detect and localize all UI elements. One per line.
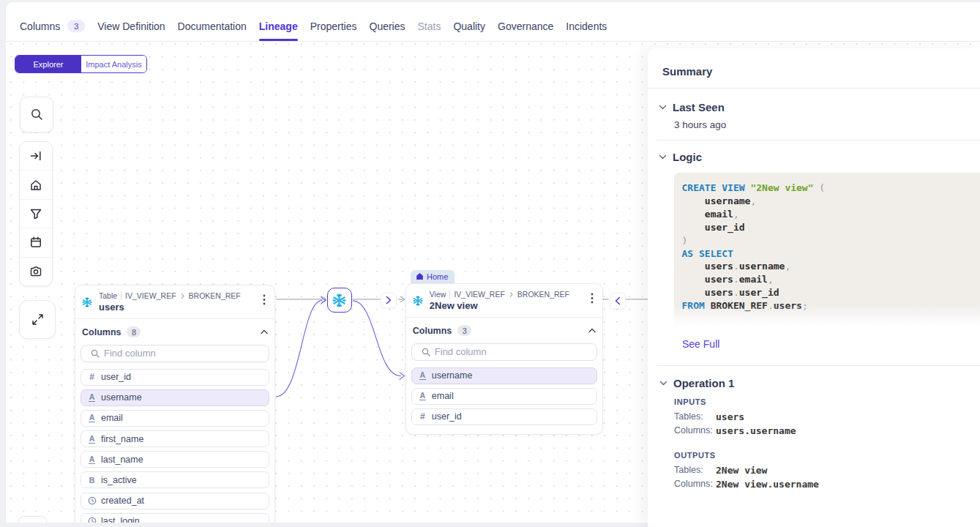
column-row-users-is_active[interactable]: Bis_active — [81, 471, 269, 488]
process-node[interactable] — [327, 288, 352, 313]
inputs-label: INPUTS — [674, 397, 706, 406]
lineage-node-users[interactable]: Table IV_VIEW_REF BROKEN_REF users Colum… — [75, 285, 275, 523]
tables-label: Tables: — [674, 411, 716, 422]
lineage-node-2new-view[interactable]: View IV_VIEW_REF BROKEN_REF 2New view Co… — [405, 283, 603, 436]
breadcrumb-separator — [449, 290, 450, 299]
column-row-users-last_login[interactable]: last_login — [81, 513, 269, 523]
node-view-header[interactable]: View IV_VIEW_REF BROKEN_REF 2New view — [406, 284, 602, 318]
code-line: ) — [682, 234, 980, 247]
column-row-users-first_name[interactable]: Afirst_name — [81, 430, 269, 447]
tab-queries[interactable]: Queries — [370, 11, 405, 42]
kebab-menu-icon — [591, 293, 594, 304]
screenshot-button[interactable] — [20, 257, 52, 285]
node-users-header[interactable]: Table IV_VIEW_REF BROKEN_REF users — [75, 285, 274, 319]
node-users-database: BROKEN_REF — [189, 291, 241, 301]
summary-panel-title: Summary — [662, 65, 712, 78]
expand-downstream-button[interactable] — [381, 293, 397, 309]
node-view-schema: IV_VIEW_REF — [454, 290, 504, 299]
node-view-head-text: View IV_VIEW_REF BROKEN_REF 2New view — [430, 290, 582, 312]
node-users-menu-button[interactable] — [261, 293, 268, 307]
column-row-users-username[interactable]: Ausername — [81, 389, 269, 406]
node-view-menu-button[interactable] — [588, 291, 596, 305]
text-type-icon: A — [418, 371, 427, 380]
node-view-column-list: AusernameAemail#user_id — [406, 367, 602, 435]
tab-label: Lineage — [259, 20, 298, 32]
home-icon — [29, 179, 42, 192]
kebab-menu-icon — [263, 294, 266, 305]
tab-quality[interactable]: Quality — [453, 11, 485, 42]
fullscreen-icon — [31, 313, 44, 326]
chevron-right-icon — [386, 296, 392, 304]
outputs-tables-value: 2New view — [716, 465, 767, 476]
chevron-left-icon — [615, 296, 621, 305]
node-users-columns-bar: Columns 8 — [75, 319, 274, 338]
column-row-view-email[interactable]: Aemail — [411, 388, 597, 405]
column-name: created_at — [101, 496, 144, 506]
chevron-right-icon — [509, 291, 514, 298]
node-users-title: users — [99, 302, 254, 313]
camera-icon — [29, 265, 42, 278]
divider — [657, 140, 980, 141]
see-full-link[interactable]: See Full — [682, 338, 719, 350]
tab-columns[interactable]: Columns3 — [20, 11, 85, 42]
node-users-breadcrumb: Table IV_VIEW_REF BROKEN_REF — [99, 291, 254, 301]
zoom-controls[interactable] — [18, 516, 47, 523]
node-users-find-wrap — [81, 345, 269, 362]
sql-code-block: CREATE VIEW "2New view" ( username, emai… — [674, 173, 980, 329]
collapse-right-icon — [29, 149, 42, 162]
column-name: email — [101, 413, 123, 423]
node-users-find-column-input[interactable] — [81, 345, 269, 362]
text-type-icon: A — [418, 392, 427, 400]
logic-section-header[interactable]: Logic — [659, 151, 702, 163]
tab-lineage[interactable]: Lineage — [259, 11, 298, 42]
boolean-type-icon: B — [87, 476, 97, 485]
code-line: email, — [682, 208, 980, 221]
outputs-columns-value: 2New view.username — [716, 479, 819, 490]
node-view-find-column-input[interactable] — [411, 343, 597, 361]
summary-panel: Summary Last Seen 3 hours ago Logic CREA… — [648, 48, 980, 527]
tab-label: Documentation — [178, 20, 247, 32]
number-type-icon: # — [87, 373, 97, 381]
operation-section-header[interactable]: Operation 1 — [659, 377, 734, 389]
canvas-search-button[interactable] — [20, 97, 53, 132]
tab-incidents[interactable]: Incidents — [566, 11, 607, 42]
snowflake-icon — [332, 294, 346, 307]
inputs-columns-value: users.username — [716, 425, 796, 436]
outputs-columns-row: Columns: 2New view.username — [674, 479, 819, 490]
text-type-icon: A — [87, 455, 97, 464]
logic-title: Logic — [673, 151, 702, 163]
timestamp-type-icon — [87, 517, 97, 523]
calendar-button[interactable] — [20, 228, 52, 256]
tab-view-definition[interactable]: View Definition — [97, 11, 165, 42]
code-line: CREATE VIEW "2New view" ( — [682, 182, 980, 195]
chevron-right-icon — [180, 293, 185, 299]
node-view-collapse-button[interactable] — [588, 328, 596, 333]
explorer-toggle-button[interactable]: Explorer — [15, 56, 81, 72]
filter-button[interactable] — [20, 199, 52, 228]
column-row-view-user_id[interactable]: #user_id — [411, 408, 597, 425]
code-line: FROM BROKEN_REF.users; — [682, 299, 980, 313]
home-view-button[interactable] — [20, 170, 52, 198]
tab-properties[interactable]: Properties — [310, 11, 357, 42]
timestamp-type-icon — [87, 496, 97, 505]
columns-count-badge: 8 — [127, 326, 141, 337]
collapse-right-button[interactable] — [20, 142, 52, 170]
home-badge[interactable]: Home — [411, 270, 455, 283]
chevron-down-icon — [659, 381, 667, 386]
expand-upstream-button[interactable] — [610, 293, 626, 309]
expand-canvas-button[interactable] — [19, 300, 56, 339]
column-row-users-last_name[interactable]: Alast_name — [81, 451, 269, 468]
impact-analysis-toggle-button[interactable]: Impact Analysis — [81, 56, 146, 72]
calendar-icon — [29, 236, 42, 249]
column-row-users-created_at[interactable]: created_at — [81, 493, 269, 509]
column-row-users-email[interactable]: Aemail — [81, 410, 269, 427]
code-line: users.email, — [682, 273, 980, 286]
column-row-view-username[interactable]: Ausername — [411, 367, 597, 384]
column-row-users-user_id[interactable]: #user_id — [81, 369, 269, 386]
tab-documentation[interactable]: Documentation — [178, 11, 247, 42]
node-users-collapse-button[interactable] — [261, 329, 268, 334]
node-view-type: View — [430, 290, 446, 299]
last-seen-section-header[interactable]: Last Seen — [659, 101, 725, 113]
tab-governance[interactable]: Governance — [498, 11, 553, 42]
tab-stats[interactable]: Stats — [418, 11, 441, 42]
